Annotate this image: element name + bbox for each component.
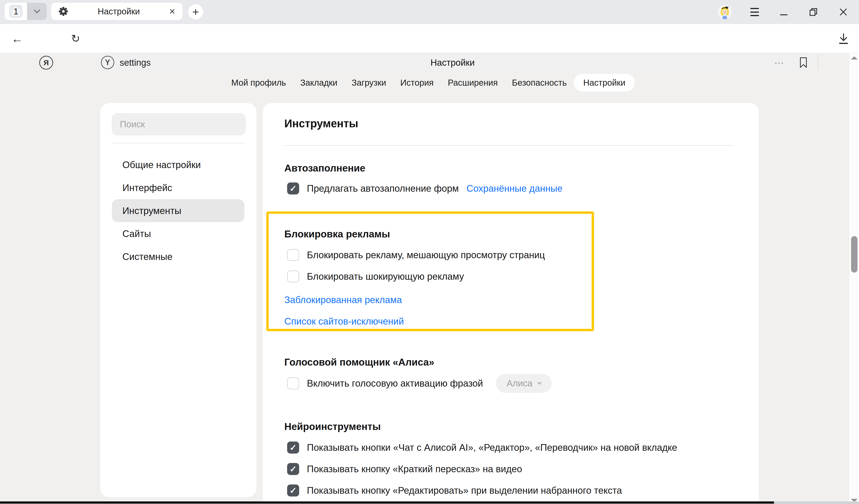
exception-sites-link-row: Список сайтов-исключений [284, 315, 404, 328]
search-input[interactable] [112, 113, 246, 135]
restore-window-button[interactable] [808, 6, 819, 18]
menu-button[interactable] [750, 8, 759, 16]
toolbar-divider [818, 56, 818, 70]
page-scrollbar[interactable] [849, 53, 859, 504]
show-ai-buttons-label: Показывать кнопки «Чат с Алисой AI», «Ре… [307, 442, 677, 453]
content-heading: Инструменты [284, 117, 358, 130]
tab-security[interactable]: Безопасность [505, 74, 574, 91]
minimize-button[interactable] [778, 6, 789, 18]
tab-strip: 1 Настройки × + [0, 0, 859, 24]
check-icon: ✓ [289, 464, 297, 474]
yandex-home-button[interactable]: Я [39, 56, 53, 70]
tab-extensions[interactable]: Расширения [441, 74, 505, 91]
tab-group-chip[interactable]: 1 [5, 3, 47, 20]
tab-group-label: 1 [14, 7, 18, 16]
tab-my-profile[interactable]: Мой профиль [224, 74, 293, 91]
block-annoying-ads-label: Блокировать рекламу, мешающую просмотру … [307, 250, 545, 260]
sidebar-item-general[interactable]: Общие настройки [100, 153, 256, 176]
scroll-up-icon[interactable] [851, 57, 858, 59]
neuro-section-title: Нейроинструменты [284, 421, 381, 432]
check-icon: ✓ [289, 443, 297, 453]
close-icon [839, 8, 847, 16]
tab-settings-active[interactable]: Настройки [574, 74, 635, 91]
tab-downloads[interactable]: Загрузки [345, 74, 393, 91]
reload-button[interactable]: ↻ [67, 24, 84, 53]
autofill-row: ✓ Предлагать автозаполнение форм Сохранё… [287, 182, 562, 195]
ad-block-row-1: Блокировать рекламу, мешающую просмотру … [287, 248, 545, 261]
block-shocking-ads-checkbox[interactable] [287, 271, 299, 282]
download-icon [837, 32, 850, 45]
bottom-edge-bar-right [774, 501, 859, 504]
tab-group-number[interactable]: 1 [5, 3, 27, 20]
sidebar-item-interface[interactable]: Интерфейс [100, 176, 256, 199]
sidebar-search[interactable] [112, 113, 246, 135]
block-annoying-ads-checkbox[interactable] [287, 249, 299, 261]
neuro-row-3: ✓ Показывать кнопку «Редактировать» при … [287, 484, 622, 497]
bookmark-icon[interactable] [799, 57, 807, 69]
autofill-checkbox-label: Предлагать автозаполнение форм [307, 183, 459, 194]
ad-block-section-title: Блокировка рекламы [284, 228, 390, 240]
activation-phrase-value: Алиса [507, 378, 532, 388]
avatar-image [718, 5, 732, 19]
video-summary-checkbox[interactable]: ✓ [287, 463, 299, 475]
sidebar-item-system[interactable]: Системные [100, 245, 256, 268]
autofill-checkbox-checked[interactable]: ✓ [287, 182, 299, 195]
new-tab-button[interactable]: + [188, 4, 203, 19]
bottom-edge-bar [0, 501, 774, 504]
site-badge-icon: Y [101, 56, 114, 69]
ad-block-row-2: Блокировать шокирующую рекламу [287, 270, 464, 283]
tab-bookmarks[interactable]: Закладки [293, 74, 345, 91]
profile-avatar[interactable] [718, 5, 732, 19]
autofill-section-title: Автозаполнение [284, 162, 365, 174]
address-value[interactable]: settings [120, 52, 151, 73]
gear-icon [58, 6, 68, 16]
settings-nav-tabs: Мой профиль Закладки Загрузки История Ра… [224, 74, 635, 91]
chevron-down-icon [537, 380, 542, 385]
show-ai-buttons-checkbox[interactable]: ✓ [287, 442, 299, 454]
check-icon: ✓ [289, 184, 297, 194]
saved-data-link[interactable]: Сохранённые данные [466, 183, 562, 194]
blocked-ads-link[interactable]: Заблокированная реклама [284, 294, 402, 305]
downloads-button[interactable] [837, 32, 850, 46]
tab-history[interactable]: История [393, 74, 441, 91]
minimize-icon [780, 14, 787, 15]
sidebar-divider [112, 143, 246, 143]
tab-title: Настройки [68, 7, 169, 16]
more-actions-icon[interactable]: ⋯ [770, 52, 789, 73]
voice-activation-label: Включить голосовую активацию фразой [307, 378, 483, 389]
sidebar-item-tools[interactable]: Инструменты [100, 199, 256, 222]
ad-block-highlight-box: Блокировка рекламы Блокировать рекламу, … [266, 211, 594, 331]
settings-sidebar: Общие настройки Интерфейс Инструменты Са… [100, 103, 256, 497]
page-title: Настройки [93, 52, 812, 73]
tab-settings[interactable]: Настройки × [51, 3, 183, 20]
heading-divider [284, 145, 735, 146]
alice-row: Включить голосовую активацию фразой Алис… [287, 374, 552, 393]
plus-icon: + [192, 5, 199, 18]
restore-icon [810, 8, 817, 16]
tab-group-badge: 1 [9, 5, 22, 18]
chevron-down-icon [33, 7, 40, 14]
browser-toolbar: ← Я ↻ Y settings Настройки ⋯ [0, 24, 859, 53]
tab-group-expand[interactable] [27, 3, 47, 20]
block-shocking-ads-label: Блокировать шокирующую рекламу [307, 271, 464, 282]
close-window-button[interactable] [838, 6, 849, 18]
voice-activation-checkbox[interactable] [287, 377, 299, 390]
activation-phrase-dropdown[interactable]: Алиса [496, 374, 552, 393]
edit-text-button-checkbox[interactable]: ✓ [287, 485, 299, 497]
sidebar-item-sites[interactable]: Сайты [100, 222, 256, 245]
neuro-row-1: ✓ Показывать кнопки «Чат с Алисой AI», «… [287, 441, 677, 454]
address-bar[interactable]: Y settings Настройки ⋯ [93, 52, 812, 73]
yandex-icon: Я [44, 59, 49, 67]
edit-text-button-label: Показывать кнопку «Редактировать» при вы… [307, 485, 622, 496]
back-button[interactable]: ← [9, 24, 26, 53]
check-icon: ✓ [289, 486, 297, 495]
video-summary-label: Показывать кнопку «Краткий пересказ» на … [307, 464, 522, 474]
blocked-ads-link-row: Заблокированная реклама [284, 293, 402, 306]
back-icon: ← [11, 32, 23, 45]
alice-section-title: Голосовой помощник «Алиса» [284, 356, 434, 368]
tab-close-icon[interactable]: × [169, 6, 175, 17]
settings-content: Инструменты Автозаполнение ✓ Предлагать … [263, 103, 759, 504]
scrollbar-thumb[interactable] [851, 236, 858, 273]
neuro-row-2: ✓ Показывать кнопку «Краткий пересказ» н… [287, 462, 522, 475]
exception-sites-link[interactable]: Список сайтов-исключений [284, 316, 404, 327]
